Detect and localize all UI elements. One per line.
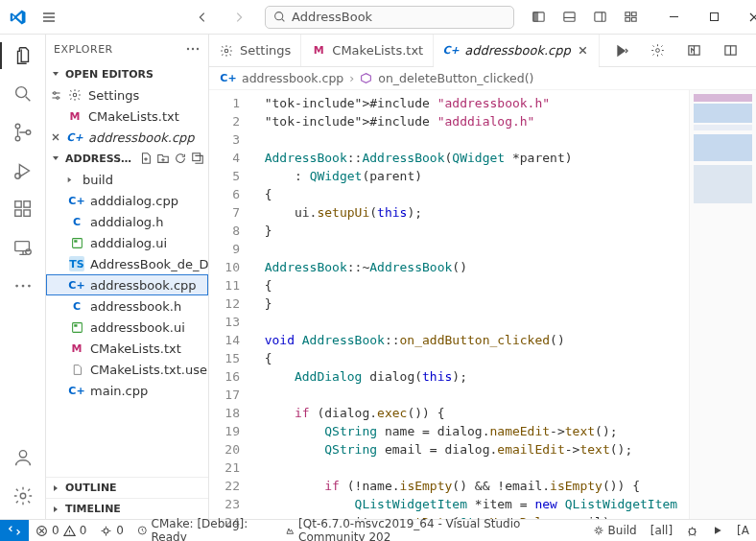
layout-bottom-icon[interactable] <box>555 3 583 32</box>
split-icon[interactable] <box>717 36 745 65</box>
section-folder[interactable]: ADDRESS… <box>46 148 208 169</box>
file-label: CMakeLists.txt.user <box>90 363 208 377</box>
status-target[interactable]: [all] <box>644 520 679 541</box>
vscode-logo <box>4 3 33 32</box>
editor-tab[interactable]: Settings <box>209 35 301 66</box>
activity-scm[interactable] <box>8 117 38 148</box>
file-label: CMakeLists.txt <box>90 341 181 356</box>
settings-icon[interactable] <box>644 36 673 65</box>
refresh-icon[interactable] <box>174 152 187 165</box>
file-label: addressbook.h <box>90 299 181 314</box>
file-item[interactable]: addressbook.ui <box>46 317 208 338</box>
folder-item[interactable]: build <box>46 169 208 190</box>
cmake-icon: M <box>311 43 326 59</box>
status-run-icon[interactable] <box>705 520 730 541</box>
file-label: CMakeLists.txt <box>88 109 179 124</box>
code-editor[interactable]: "tok-include">#include "addressbook.h" "… <box>249 90 689 519</box>
close-icon[interactable] <box>50 131 61 143</box>
editor-tab[interactable]: MCMakeLists.txt <box>301 35 434 66</box>
activity-more[interactable] <box>8 270 38 301</box>
file-label: addressbook.cpp <box>90 278 197 293</box>
window-minimize[interactable] <box>654 3 693 32</box>
status-build[interactable]: Build <box>586 520 644 541</box>
editor-tabs: SettingsMCMakeLists.txtC+addressbook.cpp <box>209 35 756 67</box>
new-folder-icon[interactable] <box>156 152 170 165</box>
file-item[interactable]: TSAddressBook_de_DE.ts <box>46 253 208 274</box>
nav-forward-icon[interactable] <box>224 3 253 32</box>
file-item[interactable]: Cadddialog.h <box>46 211 208 232</box>
status-bar: 0 0 0 CMake: [Debug]: Ready [Qt-6.7.0-ms… <box>0 519 756 541</box>
explorer-more-icon[interactable] <box>185 41 201 57</box>
nav-back-icon[interactable] <box>188 3 217 32</box>
hamburger-icon[interactable] <box>35 3 63 32</box>
layout-left-icon[interactable] <box>524 3 553 32</box>
file-icon <box>69 362 84 377</box>
file-item[interactable]: C+addressbook.cpp <box>46 274 208 295</box>
activity-extensions[interactable] <box>8 194 38 224</box>
remote-indicator[interactable] <box>0 520 29 542</box>
new-file-icon[interactable] <box>139 152 153 165</box>
file-item[interactable]: Caddressbook.h <box>46 295 208 317</box>
editor-tab[interactable]: C+addressbook.cpp <box>434 35 600 66</box>
compare-icon[interactable] <box>680 36 709 65</box>
activity-explorer[interactable] <box>8 40 38 71</box>
section-open-editors[interactable]: OPEN EDITORS <box>46 63 208 84</box>
layout-right-icon[interactable] <box>585 3 614 32</box>
status-problems[interactable]: 0 0 <box>29 520 93 541</box>
status-debug-icon[interactable] <box>679 520 705 541</box>
cpp-icon: C+ <box>221 71 236 86</box>
section-outline[interactable]: OUTLINE <box>46 477 208 498</box>
open-editor-item[interactable]: C+addressbook.cpp <box>46 127 208 148</box>
activity-remote[interactable] <box>8 232 38 263</box>
svg-point-37 <box>224 49 228 53</box>
run-dropdown-icon[interactable] <box>607 36 636 65</box>
status-end[interactable]: [A <box>730 520 756 541</box>
collapse-icon[interactable] <box>191 152 204 165</box>
file-item[interactable]: C+main.cpp <box>46 380 208 401</box>
status-ports[interactable]: 0 <box>93 520 130 541</box>
status-cmake[interactable]: CMake: [Debug]: Ready <box>130 520 278 541</box>
gear-icon <box>67 87 83 103</box>
command-center-search[interactable]: AddressBook <box>265 6 514 29</box>
svg-point-24 <box>19 451 26 458</box>
svg-rect-35 <box>72 322 82 332</box>
svg-point-47 <box>596 529 601 533</box>
file-label: AddressBook_de_DE.ts <box>90 257 208 271</box>
activity-account[interactable] <box>8 442 38 473</box>
file-item[interactable]: adddialog.ui <box>46 232 208 253</box>
minimap[interactable] <box>689 90 756 519</box>
explorer-title: EXPLORER <box>54 43 113 56</box>
status-kit[interactable]: [Qt-6.7.0-msvc2019_64 - Visual Studio Co… <box>278 520 586 541</box>
svg-point-22 <box>21 285 24 288</box>
file-item[interactable]: C+adddialog.cpp <box>46 190 208 211</box>
section-timeline[interactable]: TIMELINE <box>46 498 208 519</box>
window-close[interactable] <box>735 3 756 32</box>
svg-point-13 <box>26 130 31 135</box>
activity-search[interactable] <box>8 79 38 109</box>
chevron-right-icon: › <box>349 71 354 85</box>
svg-point-28 <box>197 48 199 50</box>
svg-rect-3 <box>563 12 574 21</box>
svg-rect-34 <box>74 240 77 242</box>
close-icon[interactable] <box>577 44 589 57</box>
file-label: Settings <box>88 88 139 103</box>
open-editor-item[interactable]: Settings <box>46 84 208 106</box>
file-item[interactable]: MCMakeLists.txt <box>46 338 208 359</box>
svg-rect-36 <box>74 324 77 326</box>
file-label: adddialog.h <box>90 215 164 229</box>
gear-icon <box>219 43 234 59</box>
activity-debug[interactable] <box>8 155 38 186</box>
open-editor-item[interactable]: MCMakeLists.txt <box>46 106 208 127</box>
svg-point-25 <box>20 493 26 499</box>
svg-point-21 <box>15 285 18 288</box>
svg-point-26 <box>187 48 189 50</box>
cpp-icon: C+ <box>69 193 84 208</box>
window-maximize[interactable] <box>695 3 733 32</box>
svg-rect-8 <box>631 17 636 21</box>
activity-settings[interactable] <box>8 481 38 511</box>
line-gutter: 123456789101112131415161718192021222324 <box>209 90 249 519</box>
svg-point-29 <box>54 91 56 93</box>
breadcrumb[interactable]: C+ addressbook.cpp › on_deleteButton_cli… <box>209 67 756 90</box>
file-item[interactable]: CMakeLists.txt.user <box>46 359 208 380</box>
layout-custom-icon[interactable] <box>616 3 645 32</box>
